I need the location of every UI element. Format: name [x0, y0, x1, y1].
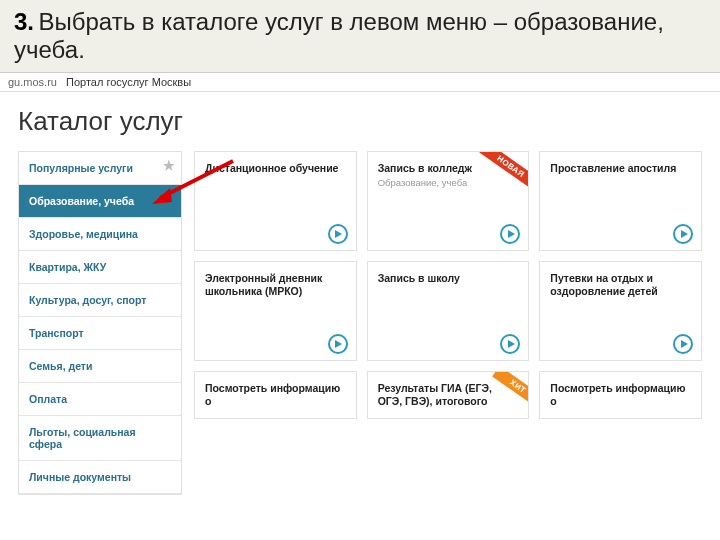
card-apostille[interactable]: Проставление апостиля [539, 151, 702, 251]
play-icon [673, 334, 693, 354]
card-distance-learning[interactable]: Дистанционное обучение [194, 151, 357, 251]
sidebar-item-label: Квартира, ЖКУ [29, 261, 106, 273]
sidebar-item-popular[interactable]: Популярные услуги [19, 152, 181, 185]
card-title: Дистанционное обучение [205, 162, 346, 175]
sidebar-item-housing[interactable]: Квартира, ЖКУ [19, 251, 181, 284]
card-ediary[interactable]: Электронный дневник школьника (МРКО) [194, 261, 357, 361]
card-school-enroll[interactable]: Запись в школу [367, 261, 530, 361]
sidebar-item-label: Образование, учеба [29, 195, 134, 207]
sidebar-item-label: Личные документы [29, 471, 131, 483]
sidebar-item-label: Льготы, социальная сфера [29, 426, 136, 450]
instruction-bar: 3. Выбрать в каталоге услуг в левом меню… [0, 0, 720, 73]
sidebar-item-documents[interactable]: Личные документы [19, 461, 181, 494]
card-title: Результаты ГИА (ЕГЭ, ОГЭ, ГВЭ), итоговог… [378, 382, 519, 408]
browser-bar: gu.mos.ru Портал госуслуг Москвы [0, 73, 720, 92]
sidebar-item-benefits[interactable]: Льготы, социальная сфера [19, 416, 181, 461]
play-icon [673, 224, 693, 244]
card-exam-results[interactable]: Результаты ГИА (ЕГЭ, ОГЭ, ГВЭ), итоговог… [367, 371, 530, 419]
instruction-text: Выбрать в каталоге услуг в левом меню – … [14, 8, 664, 63]
sidebar-item-label: Семья, дети [29, 360, 92, 372]
sidebar: Популярные услуги Образование, учеба Здо… [18, 151, 182, 495]
card-title: Посмотреть информацию о [205, 382, 346, 408]
cards-grid: Дистанционное обучение Запись в колледж … [194, 151, 702, 495]
play-icon [500, 334, 520, 354]
instruction-number: 3. [14, 8, 34, 35]
sidebar-item-label: Культура, досуг, спорт [29, 294, 146, 306]
play-icon [328, 224, 348, 244]
play-icon [328, 334, 348, 354]
sidebar-item-payment[interactable]: Оплата [19, 383, 181, 416]
sidebar-item-transport[interactable]: Транспорт [19, 317, 181, 350]
sidebar-item-health[interactable]: Здоровье, медицина [19, 218, 181, 251]
browser-url: gu.mos.ru [8, 76, 57, 88]
sidebar-item-family[interactable]: Семья, дети [19, 350, 181, 383]
sidebar-item-education[interactable]: Образование, учеба [19, 185, 181, 218]
card-title: Посмотреть информацию о [550, 382, 691, 408]
sidebar-item-culture[interactable]: Культура, досуг, спорт [19, 284, 181, 317]
sidebar-item-label: Транспорт [29, 327, 84, 339]
browser-site: Портал госуслуг Москвы [66, 76, 191, 88]
card-title: Запись в школу [378, 272, 519, 285]
card-title: Электронный дневник школьника (МРКО) [205, 272, 346, 298]
card-vouchers[interactable]: Путевки на отдых и оздоровление детей [539, 261, 702, 361]
card-title: Проставление апостиля [550, 162, 691, 175]
card-subtitle: Образование, учеба [378, 177, 519, 188]
sidebar-item-label: Оплата [29, 393, 67, 405]
card-college-enroll[interactable]: Запись в колледж Образование, учеба НОВА… [367, 151, 530, 251]
card-view-info-2[interactable]: Посмотреть информацию о [539, 371, 702, 419]
page-title: Каталог услуг [18, 106, 702, 137]
sidebar-item-label: Популярные услуги [29, 162, 133, 174]
card-view-info-1[interactable]: Посмотреть информацию о [194, 371, 357, 419]
play-icon [500, 224, 520, 244]
sidebar-item-label: Здоровье, медицина [29, 228, 138, 240]
card-title: Путевки на отдых и оздоровление детей [550, 272, 691, 298]
